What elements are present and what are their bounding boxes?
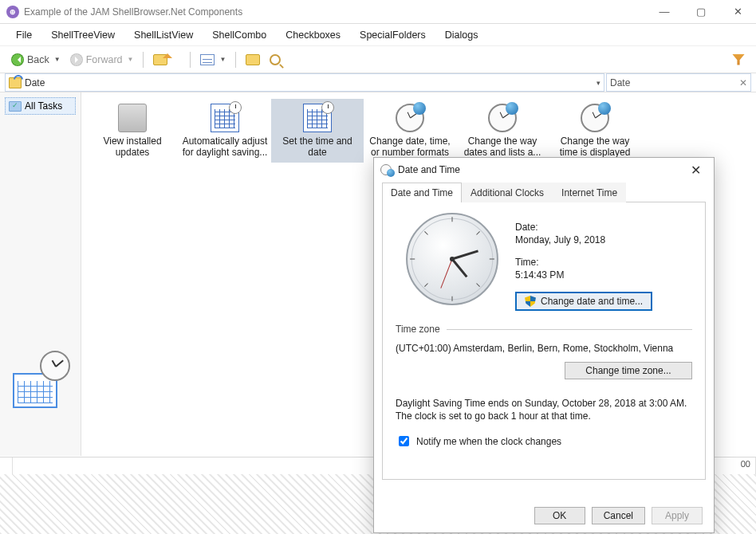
tab-panel-date-and-time: Date: Monday, July 9, 2018 Time: 5:14:43… — [382, 202, 706, 480]
separator — [190, 52, 191, 68]
notify-checkbox-row[interactable]: Notify me when the clock changes — [396, 434, 561, 449]
list-item[interactable]: Change date, time, or number formats — [364, 99, 456, 163]
folder-search-icon — [9, 77, 22, 88]
dialog-title: Date and Time — [398, 164, 460, 175]
list-item[interactable]: Automatically adjust for daylight saving… — [179, 99, 271, 163]
address-label: Date — [25, 77, 45, 88]
status-cell — [0, 457, 13, 474]
section-divider — [447, 329, 692, 330]
menu-file[interactable]: File — [8, 26, 40, 44]
list-item-label: Change the way dates and lists a... — [459, 135, 545, 158]
change-date-time-button[interactable]: Change date and time... — [515, 292, 652, 311]
sidebar-item-all-tasks[interactable]: All Tasks — [5, 97, 76, 115]
back-button[interactable]: Back ▼ — [6, 52, 65, 68]
sidebar-preview — [5, 351, 78, 438]
list-item-label: Change the way time is displayed — [552, 135, 638, 158]
time-value: 5:14:43 PM — [515, 269, 652, 281]
list-item[interactable]: View installed updates — [86, 99, 179, 163]
time-label: Time: — [515, 257, 652, 268]
window-titlebar: ⊕ Example of the JAM ShellBrowser.Net Co… — [0, 0, 756, 24]
clear-search-icon[interactable]: ✕ — [739, 77, 747, 88]
change-date-time-label: Change date and time... — [541, 296, 643, 307]
back-label: Back — [27, 54, 49, 65]
menu-specialfolders[interactable]: SpecialFolders — [352, 26, 434, 44]
separator — [143, 52, 144, 68]
globe-badge-icon — [598, 102, 611, 115]
globe-badge-icon — [413, 102, 426, 115]
ok-label: OK — [553, 510, 566, 521]
apply-button[interactable]: Apply — [652, 507, 703, 524]
shield-icon — [525, 296, 536, 307]
menu-checkboxes[interactable]: Checkboxes — [278, 26, 348, 44]
list-item-label: Automatically adjust for daylight saving… — [182, 135, 268, 158]
dialog-tabs: Date and Time Additional Clocks Internet… — [382, 182, 706, 202]
calendar-icon — [303, 104, 332, 132]
chevron-down-icon: ▼ — [219, 56, 226, 63]
ok-button[interactable]: OK — [534, 507, 585, 524]
chevron-down-icon: ▾ — [597, 79, 600, 87]
menu-shellcombo[interactable]: ShellCombo — [204, 26, 274, 44]
views-icon — [200, 54, 215, 65]
search-value: Date — [610, 77, 630, 88]
forward-icon — [70, 53, 83, 66]
separator — [235, 52, 236, 68]
sidebar-item-label: All Tasks — [25, 100, 62, 112]
app-logo-icon: ⊕ — [6, 6, 19, 18]
date-time-icon — [380, 163, 393, 176]
up-folder-button[interactable] — [148, 52, 185, 68]
clock-icon — [40, 351, 70, 381]
window-title: Example of the JAM ShellBrowser.Net Comp… — [24, 6, 242, 18]
clock-icon — [581, 104, 609, 132]
close-button[interactable]: ✕ — [719, 0, 756, 24]
chevron-down-icon: ▼ — [54, 56, 61, 63]
filter-button[interactable] — [727, 53, 750, 67]
maximize-button[interactable]: ▢ — [683, 0, 719, 24]
date-value: Monday, July 9, 2018 — [515, 234, 652, 245]
svg-point-13 — [450, 257, 455, 261]
chevron-down-icon: ▼ — [128, 56, 134, 63]
views-button[interactable]: ▼ — [195, 53, 230, 67]
address-combo[interactable]: Date ▾ — [5, 73, 604, 92]
search-input[interactable]: Date ✕ — [606, 73, 751, 92]
list-item[interactable]: Change the way dates and lists a... — [456, 99, 549, 163]
notify-label: Notify me when the clock changes — [416, 436, 561, 447]
open-folder-button[interactable] — [241, 53, 265, 67]
toolbar: Back ▼ Forward ▼ ▼ — [0, 46, 756, 73]
forward-button[interactable]: Forward ▼ — [65, 52, 139, 68]
minimize-button[interactable]: — — [646, 0, 683, 24]
change-timezone-label: Change time zone... — [585, 365, 671, 376]
status-right: 00 — [736, 457, 756, 474]
cancel-button[interactable]: Cancel — [592, 507, 645, 524]
list-item[interactable]: Change the way time is displayed — [549, 99, 641, 163]
back-icon — [11, 53, 24, 66]
clock-icon — [396, 104, 424, 132]
timezone-section-label: Time zone — [396, 324, 440, 335]
menu-shelltreeview[interactable]: ShellTreeView — [43, 26, 123, 44]
tab-date-and-time[interactable]: Date and Time — [382, 183, 462, 202]
sidebar: All Tasks — [0, 92, 81, 456]
analog-clock-icon — [404, 210, 501, 308]
forward-label: Forward — [86, 54, 123, 65]
clock-icon — [488, 104, 517, 132]
dst-info: Daylight Saving Time ends on Sunday, Oct… — [396, 397, 692, 422]
menu-dialogs[interactable]: Dialogs — [437, 26, 486, 44]
tab-additional-clocks[interactable]: Additional Clocks — [462, 183, 553, 202]
tab-internet-time[interactable]: Internet Time — [553, 183, 626, 202]
dialog-titlebar: Date and Time ✕ — [374, 158, 714, 182]
dialog-close-button[interactable]: ✕ — [684, 161, 707, 179]
cancel-label: Cancel — [604, 510, 633, 521]
globe-badge-icon — [506, 102, 518, 115]
menu-shelllistview[interactable]: ShellListView — [126, 26, 201, 44]
up-arrow-icon — [163, 49, 172, 58]
magnifier-icon — [270, 54, 281, 65]
tasks-icon — [9, 101, 22, 112]
apply-label: Apply — [665, 510, 689, 521]
date-time-dialog: Date and Time ✕ Date and Time Additional… — [373, 157, 715, 533]
folder-open-icon — [246, 54, 260, 65]
notify-checkbox[interactable] — [399, 436, 409, 446]
list-item-selected[interactable]: Set the time and date — [271, 99, 364, 163]
search-tool-button[interactable] — [265, 53, 285, 67]
clock-badge-icon — [229, 101, 242, 114]
change-timezone-button[interactable]: Change time zone... — [565, 362, 692, 379]
updates-icon — [118, 104, 147, 132]
